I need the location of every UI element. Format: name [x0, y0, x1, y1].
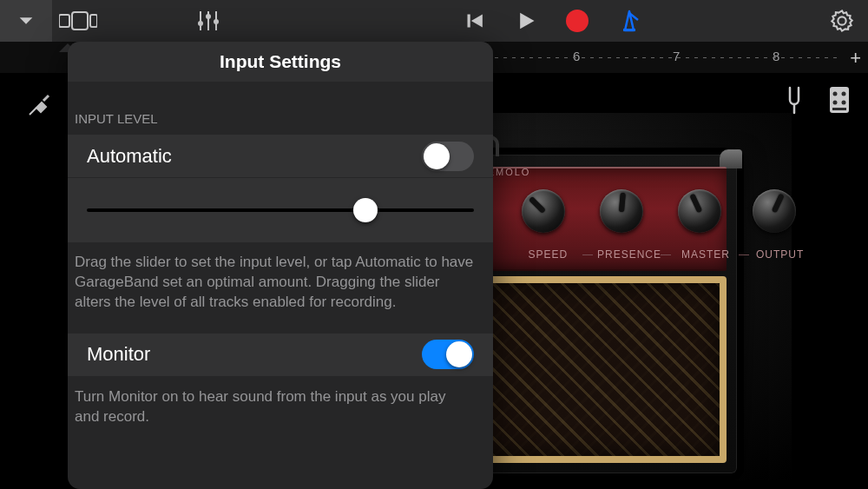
fx-button[interactable]	[104, 0, 182, 42]
rewind-icon	[462, 10, 484, 32]
svg-rect-2	[90, 15, 97, 27]
gear-icon	[830, 9, 854, 33]
amp-knob-label: PRESENCE	[597, 248, 661, 261]
svg-rect-10	[623, 29, 635, 31]
nav-dropdown-button[interactable]	[0, 0, 52, 42]
svg-rect-1	[72, 12, 88, 30]
amp-knob-presence[interactable]	[600, 189, 643, 233]
ruler-mark: 8	[773, 49, 779, 63]
monitor-row: Monitor	[68, 334, 493, 377]
main-toolbar	[0, 0, 868, 42]
chevron-down-icon	[16, 11, 36, 30]
amp-knob-label: SPEED	[529, 248, 569, 261]
play-icon	[513, 9, 537, 33]
tuning-fork-icon	[781, 85, 807, 115]
stompbox-icon	[828, 85, 851, 115]
amp-knob-separator: —	[661, 248, 671, 261]
record-icon	[566, 10, 589, 32]
mixer-button[interactable]	[182, 0, 234, 42]
stompbox-button[interactable]	[828, 85, 851, 118]
input-plug-button[interactable]	[26, 89, 56, 122]
svg-rect-0	[59, 15, 69, 27]
svg-point-15	[833, 101, 838, 105]
amp-knob-output[interactable]	[753, 189, 796, 233]
ruler-mark: 6	[573, 49, 580, 63]
svg-point-16	[842, 101, 846, 105]
amp-knob-separator: —	[582, 248, 593, 261]
popover-title: Input Settings	[68, 42, 493, 82]
play-button[interactable]	[499, 0, 551, 42]
input-level-slider-row	[68, 178, 493, 242]
metronome-icon	[616, 8, 642, 34]
svg-point-8	[214, 19, 219, 24]
settings-button[interactable]	[830, 9, 854, 36]
amp-knob-master[interactable]	[678, 189, 721, 233]
mixer-icon	[196, 10, 220, 32]
ruler-ticks	[495, 57, 842, 58]
ruler-mark: 7	[673, 49, 680, 63]
tracks-icon	[59, 10, 97, 31]
svg-rect-17	[832, 108, 846, 110]
amp-knob-separator: —	[739, 248, 749, 261]
svg-point-13	[833, 92, 838, 96]
amp-knob-speed[interactable]	[522, 189, 565, 233]
automatic-row: Automatic	[68, 135, 493, 178]
guitar-plug-icon	[26, 89, 56, 118]
metronome-button[interactable]	[603, 0, 655, 42]
record-button[interactable]	[551, 0, 603, 42]
add-section-button[interactable]: +	[850, 47, 861, 69]
input-settings-popover: Input Settings INPUT LEVEL Automatic Dra…	[68, 42, 493, 489]
amp-knob-label: MASTER	[681, 248, 730, 261]
amp-corner	[720, 149, 742, 169]
rewind-button[interactable]	[447, 0, 499, 42]
input-level-slider[interactable]	[87, 208, 474, 212]
automatic-toggle[interactable]	[422, 142, 474, 171]
input-level-help-text: Drag the slider to set the input level, …	[68, 242, 493, 334]
automatic-label: Automatic	[87, 145, 172, 168]
monitor-help-text: Turn Monitor on to hear sound from the i…	[68, 377, 493, 448]
svg-point-7	[206, 14, 211, 19]
monitor-label: Monitor	[87, 343, 150, 366]
slider-thumb[interactable]	[353, 198, 378, 222]
svg-point-14	[842, 92, 846, 96]
monitor-toggle[interactable]	[422, 340, 474, 369]
svg-point-6	[198, 21, 203, 26]
amp-knob-label: OUTPUT	[756, 248, 804, 261]
section-header-input-level: INPUT LEVEL	[68, 82, 493, 135]
